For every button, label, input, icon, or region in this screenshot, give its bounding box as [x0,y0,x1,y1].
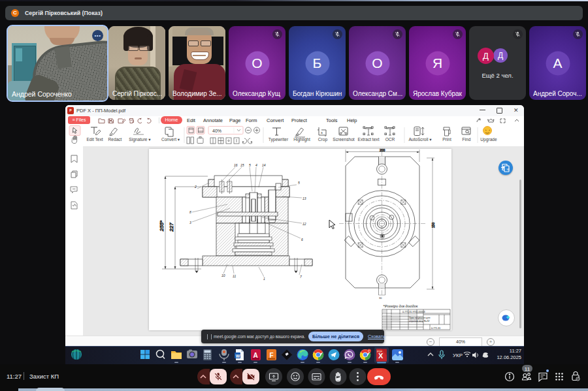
svg-text:255*: 255* [159,220,165,232]
svg-text:0-771.31-9701-00003: 0-771.31-9701-00003 [402,311,425,313]
svg-text:11: 11 [233,274,236,278]
svg-text:3: 3 [189,221,191,225]
svg-text:Highlight: Highlight [293,137,310,142]
svg-text:7: 7 [300,275,302,279]
svg-text:Upgrade: Upgrade [480,137,497,142]
svg-text:AutoScroll ▾: AutoScroll ▾ [408,137,432,142]
svg-text:Redact: Redact [108,137,122,142]
svg-text:0-771.31: 0-771.31 [431,327,440,330]
svg-text:PDF: PDF [377,350,383,353]
svg-text:227: 227 [169,223,174,232]
svg-text:Signature ▾: Signature ▾ [129,137,151,142]
svg-text:15: 15 [240,163,244,167]
svg-text:8: 8 [189,210,191,214]
svg-text:Screenshot: Screenshot [333,137,355,142]
svg-text:16: 16 [234,163,238,167]
svg-text:30: 30 [379,296,382,300]
svg-text:*Розміри для довідок: *Розміри для довідок [383,304,418,308]
svg-text:A: A [253,352,258,359]
svg-text:Extract text: Extract text [358,137,380,142]
svg-text:1: 1 [263,277,265,281]
svg-text:W: W [507,168,510,171]
svg-text:обробки косу В=32: обробки косу В=32 [409,320,429,322]
svg-text:УКР: УКР [453,352,463,358]
svg-text:10: 10 [221,274,225,277]
svg-text:11: 11 [525,366,531,372]
svg-text:13: 13 [302,196,306,200]
svg-text:40%: 40% [212,129,221,133]
svg-text:5: 5 [298,181,300,185]
svg-text:Пристосування для: Пристосування для [409,317,431,319]
svg-text:OCR: OCR [385,137,395,142]
svg-text:Edit Text: Edit Text [86,137,103,142]
svg-text:12: 12 [302,222,306,226]
svg-text:Typewriter: Typewriter [269,137,289,142]
svg-text:150: 150 [431,223,435,228]
svg-text:14: 14 [262,163,266,167]
svg-text:200: 200 [380,149,385,152]
svg-text:2: 2 [194,185,197,189]
svg-text:Crop: Crop [318,137,328,142]
svg-text:W: W [236,354,240,358]
svg-text:Find: Find [463,137,471,142]
svg-text:Convert ▾: Convert ▾ [161,137,180,142]
svg-text:Print: Print [442,137,451,142]
svg-text:a: a [321,131,323,134]
svg-text:6: 6 [301,238,303,242]
svg-text:4: 4 [255,163,257,167]
svg-text:F: F [270,352,274,359]
svg-text:5: 5 [249,163,251,167]
